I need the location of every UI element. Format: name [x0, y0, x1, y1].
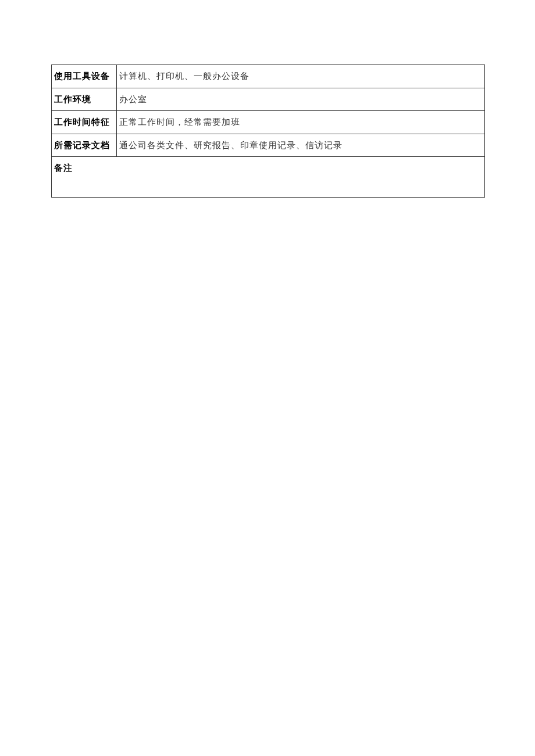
table-row: 使用工具设备 计算机、打印机、一般办公设备: [52, 65, 485, 88]
row-value-environment: 办公室: [117, 88, 485, 111]
table-row: 工作环境 办公室: [52, 88, 485, 111]
row-label-worktime: 工作时间特征: [52, 111, 117, 134]
row-label-tools: 使用工具设备: [52, 65, 117, 88]
notes-label: 备注: [54, 163, 73, 173]
row-label-environment: 工作环境: [52, 88, 117, 111]
table-row: 工作时间特征 正常工作时间，经常需要加班: [52, 111, 485, 134]
row-value-worktime: 正常工作时间，经常需要加班: [117, 111, 485, 134]
table-row: 所需记录文档 通公司各类文件、研究报告、印章使用记录、信访记录: [52, 134, 485, 157]
row-value-documents: 通公司各类文件、研究报告、印章使用记录、信访记录: [117, 134, 485, 157]
row-label-notes: 备注: [52, 157, 485, 198]
row-value-tools: 计算机、打印机、一般办公设备: [117, 65, 485, 88]
job-details-table: 使用工具设备 计算机、打印机、一般办公设备 工作环境 办公室 工作时间特征 正常…: [51, 65, 485, 198]
row-label-documents: 所需记录文档: [52, 134, 117, 157]
table-row-notes: 备注: [52, 157, 485, 198]
